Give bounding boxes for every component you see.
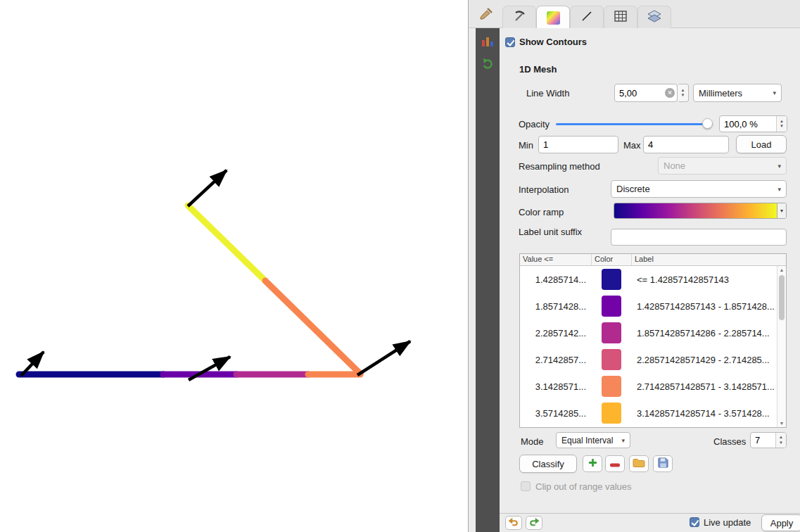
opacity-field — [719, 115, 787, 132]
resampling-label: Resampling method — [519, 161, 600, 172]
color-swatch[interactable] — [602, 403, 621, 424]
map-canvas[interactable] — [0, 0, 469, 532]
interpolation-combo[interactable]: Discrete — [611, 180, 787, 198]
mode-value: Equal Interval — [561, 436, 613, 445]
mesh-contours-icon[interactable] — [478, 32, 497, 51]
add-class-button[interactable] — [583, 455, 602, 472]
label-unit-suffix-input[interactable] — [611, 232, 786, 243]
gradient-icon — [547, 11, 560, 25]
max-label: Max — [623, 140, 641, 151]
show-contours-checkbox[interactable] — [505, 37, 515, 47]
min-label: Min — [519, 140, 533, 151]
color-swatch[interactable] — [602, 376, 621, 397]
live-update-label: Live update — [704, 517, 751, 528]
color-swatch[interactable] — [602, 349, 621, 370]
tab-rendering[interactable] — [604, 6, 637, 28]
scroll-down-icon[interactable] — [777, 419, 786, 427]
panel-bottom-bar: Live update Apply — [500, 513, 800, 532]
slider-track[interactable] — [556, 123, 713, 125]
undo-button[interactable] — [505, 516, 522, 530]
save-style-button[interactable] — [653, 455, 673, 472]
line-icon — [580, 10, 593, 25]
col-header-color[interactable]: Color — [592, 254, 632, 265]
mode-label: Mode — [521, 436, 544, 447]
line-width-unit-value: Millimeters — [699, 88, 742, 99]
load-style-button[interactable] — [629, 455, 649, 472]
chevron-down-icon — [777, 186, 781, 193]
scroll-thumb[interactable] — [779, 275, 785, 320]
table-row[interactable]: 3.1428571... 2.71428571428571 - 3.142857… — [520, 373, 786, 400]
table-row[interactable]: 1.4285714... <= 1.42857142857143 — [520, 266, 786, 293]
chevron-down-icon[interactable] — [777, 203, 786, 218]
clip-out-of-range-label: Clip out of range values — [535, 481, 632, 492]
stepper-arrows-icon[interactable] — [678, 84, 688, 101]
scroll-up-icon[interactable] — [777, 266, 786, 274]
pickaxe-icon — [512, 9, 526, 25]
resampling-value: None — [664, 160, 685, 171]
opacity-label: Opacity — [519, 119, 550, 129]
color-swatch[interactable] — [602, 269, 621, 290]
max-field — [643, 136, 729, 153]
line-width-input[interactable] — [615, 88, 665, 99]
table-row[interactable]: 1.8571428... 1.42857142857143 - 1.857142… — [520, 293, 786, 319]
table-row[interactable]: 2.7142857... 2.28571428571429 - 2.714285… — [520, 346, 786, 373]
stepper-arrows-icon[interactable] — [775, 433, 786, 448]
classes-input[interactable] — [751, 435, 775, 445]
layer-styling-panel: Show Contours 1D Mesh Line Width Millime… — [469, 0, 800, 532]
classify-button[interactable]: Classify — [519, 455, 577, 473]
redo-button[interactable] — [526, 516, 542, 530]
table-row[interactable]: 2.2857142... 1.85714285714286 - 2.285714… — [520, 319, 786, 346]
panel-side-toolbar — [476, 28, 500, 532]
section-title-1d-mesh: 1D Mesh — [519, 64, 557, 75]
tab-contours[interactable] — [536, 6, 570, 29]
minus-icon — [610, 459, 620, 469]
save-icon — [658, 457, 668, 470]
live-update-checkbox[interactable] — [690, 517, 699, 527]
col-header-value[interactable]: Value <= — [520, 254, 592, 265]
classes-label: Classes — [713, 436, 746, 447]
interpolation-value: Discrete — [616, 184, 650, 194]
tab-vectors[interactable] — [570, 6, 604, 28]
redo-arrow-icon — [528, 517, 540, 528]
slider-handle[interactable] — [702, 118, 713, 129]
grid-icon — [614, 11, 627, 24]
opacity-slider[interactable] — [556, 118, 713, 129]
mode-combo[interactable]: Equal Interval — [556, 432, 630, 448]
classes-table[interactable]: Value <= Color Label 1.4285714... <= 1.4… — [519, 253, 787, 428]
color-ramp-label: Color ramp — [519, 207, 564, 217]
history-refresh-icon[interactable] — [478, 55, 497, 73]
col-header-label[interactable]: Label — [632, 254, 786, 265]
color-ramp-preview[interactable] — [614, 203, 777, 218]
chevron-down-icon — [777, 163, 781, 170]
color-swatch[interactable] — [602, 296, 621, 317]
resampling-combo[interactable]: None — [658, 157, 787, 175]
line-width-label: Line Width — [526, 88, 569, 99]
layers-icon — [647, 10, 661, 25]
contours-settings: Show Contours 1D Mesh Line Width Millime… — [500, 28, 800, 532]
line-width-stepper — [678, 84, 689, 102]
classes-field — [750, 432, 787, 448]
interpolation-label: Interpolation — [519, 184, 569, 195]
load-button[interactable]: Load — [736, 135, 787, 153]
show-contours-label: Show Contours — [519, 37, 587, 47]
paintbrush-icon[interactable] — [479, 7, 493, 23]
tab-symbology[interactable] — [502, 6, 536, 28]
table-row[interactable]: 3.5714285... 3.14285714285714 - 3.571428… — [520, 400, 786, 426]
chevron-down-icon — [773, 89, 776, 96]
max-input[interactable] — [644, 139, 728, 150]
remove-class-button[interactable] — [605, 455, 625, 472]
line-width-unit-combo[interactable]: Millimeters — [693, 84, 782, 102]
table-scrollbar[interactable] — [777, 266, 786, 427]
opacity-input[interactable] — [720, 119, 776, 129]
label-unit-suffix-field — [611, 229, 787, 246]
folder-icon — [633, 458, 645, 470]
clip-out-of-range-checkbox[interactable] — [521, 481, 531, 491]
line-width-field — [614, 84, 678, 102]
clear-icon[interactable] — [665, 88, 675, 98]
color-swatch[interactable] — [602, 322, 621, 343]
tab-3d[interactable] — [637, 6, 671, 28]
color-ramp-widget[interactable] — [614, 203, 787, 219]
min-input[interactable] — [539, 139, 618, 150]
stepper-arrows-icon[interactable] — [776, 116, 787, 132]
apply-button[interactable]: Apply — [761, 514, 800, 531]
